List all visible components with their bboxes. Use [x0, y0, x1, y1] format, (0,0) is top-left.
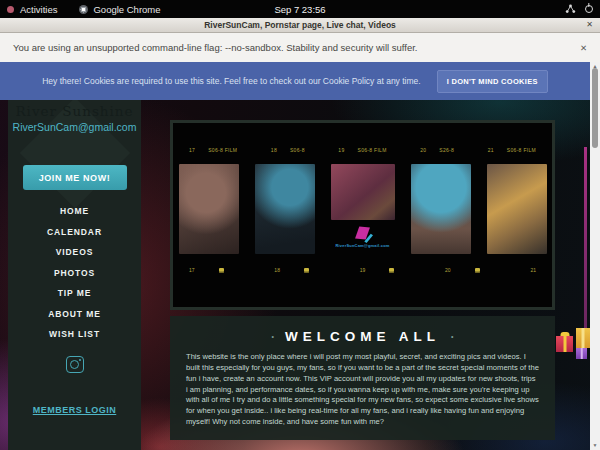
calendar-marker-icon	[304, 268, 309, 273]
power-icon[interactable]	[585, 5, 593, 13]
schedule-entry: 21	[530, 267, 536, 273]
calendar-marker-icon	[219, 268, 224, 273]
chrome-warning-bar: You are using an unsupported command-lin…	[0, 33, 600, 62]
schedule-day: 18	[271, 147, 277, 153]
members-login-link[interactable]: MEMBERS LOGIN	[33, 405, 117, 415]
site-email: RiverSunCam@gmail.com	[8, 121, 141, 133]
welcome-panel: • WELCOME ALL • This website is the only…	[170, 316, 555, 440]
cookie-message: Hey there! Cookies are required to use t…	[42, 76, 420, 86]
sidebar: River Sunshine RiverSunCam@gmail.com JOI…	[8, 100, 141, 450]
schedule-tag: S06-8 FILM	[507, 147, 536, 153]
site-name: River Sunshine	[8, 103, 141, 119]
welcome-heading: WELCOME ALL	[285, 329, 440, 344]
schedule-entry: 18 S06-8	[271, 147, 305, 153]
window-title: RiverSunCam, Pornstar page, Live chat, V…	[204, 20, 396, 30]
video-strip-panel: 17 S06-8 FILM 18 S06-8 19 S06-8 FILM	[170, 120, 555, 310]
sidebar-menu-item[interactable]: PHOTOS	[8, 263, 141, 284]
heading-dot-icon: •	[451, 333, 453, 340]
warning-close-icon[interactable]: ✕	[580, 43, 587, 53]
schedule-day: 21	[488, 147, 494, 153]
schedule-entry: 19	[360, 267, 395, 273]
sidebar-menu-item[interactable]: TIP ME	[8, 283, 141, 304]
sidebar-menu-item[interactable]: HOME	[8, 201, 141, 222]
schedule-day: 20	[445, 267, 451, 273]
schedule-entry: 20	[445, 267, 480, 273]
video-thumbnail[interactable]	[179, 164, 239, 254]
sidebar-menu-item[interactable]: VIDEOS	[8, 242, 141, 263]
welcome-body-text: This website is the only place where i w…	[186, 352, 539, 428]
video-thumbnails: RiverSunCam@gmail.com	[173, 164, 552, 258]
site-logo-icon	[355, 226, 370, 239]
sidebar-menu-item[interactable]: WISH LIST	[8, 324, 141, 345]
instagram-camera-icon[interactable]	[66, 356, 84, 373]
page-scrollbar[interactable]: ▲ ▼	[590, 62, 600, 450]
schedule-entry: 17 S06-8 FILM	[189, 147, 237, 153]
gift-icon	[576, 348, 587, 359]
calendar-marker-icon	[389, 268, 394, 273]
schedule-day: 19	[360, 267, 366, 273]
schedule-entry: 21 S06-8 FILM	[488, 147, 536, 153]
site-logo: RiverSunCam@gmail.com	[335, 227, 389, 248]
schedule-entry: 17	[189, 267, 224, 273]
schedule-day: 21	[530, 267, 536, 273]
gift-icon	[556, 336, 573, 352]
cookie-accept-button[interactable]: I DON'T MIND COOKIES	[437, 70, 548, 93]
sidebar-menu: HOME CALENDAR VIDEOS PHOTOS TIP ME ABOUT…	[8, 201, 141, 345]
clock[interactable]: Sep 7 23:56	[0, 4, 600, 15]
system-top-bar: Activities Google Chrome Sep 7 23:56	[0, 0, 600, 18]
calendar-marker-icon	[475, 268, 480, 273]
video-thumbnail[interactable]	[487, 164, 547, 254]
sidebar-menu-item[interactable]: ABOUT ME	[8, 304, 141, 325]
schedule-row-top: 17 S06-8 FILM 18 S06-8 19 S06-8 FILM	[173, 147, 552, 153]
welcome-heading-row: • WELCOME ALL •	[186, 329, 539, 344]
scroll-down-icon[interactable]: ▼	[590, 441, 600, 450]
gift-icon	[576, 328, 590, 348]
schedule-tag: S06-8 FILM	[208, 147, 237, 153]
network-icon[interactable]	[565, 4, 576, 14]
video-thumbnail[interactable]	[411, 164, 471, 254]
sidebar-menu-item[interactable]: CALENDAR	[8, 222, 141, 243]
schedule-entry: 19 S06-8 FILM	[338, 147, 386, 153]
schedule-day: 17	[189, 267, 195, 273]
schedule-tag: S06-8	[290, 147, 305, 153]
schedule-entry: 20 S26-8	[420, 147, 454, 153]
background-pink-streak	[584, 147, 587, 337]
schedule-day: 20	[420, 147, 426, 153]
screen: Activities Google Chrome Sep 7 23:56 Riv…	[0, 0, 600, 450]
warning-message: You are using an unsupported command-lin…	[13, 42, 418, 53]
window-close-icon[interactable]: ✕	[586, 20, 593, 29]
schedule-day: 18	[274, 267, 280, 273]
join-me-now-button[interactable]: JOIN ME NOW!	[23, 165, 127, 190]
heading-dot-icon: •	[272, 333, 274, 340]
schedule-entry: 18	[274, 267, 309, 273]
page-viewport: Hey there! Cookies are required to use t…	[0, 62, 600, 450]
schedule-tag: S06-8 FILM	[358, 147, 387, 153]
schedule-day: 19	[338, 147, 344, 153]
gift-boxes-decoration	[556, 322, 592, 378]
schedule-row-bottom: 17 18 19 20	[173, 267, 552, 273]
video-thumbnail[interactable]	[255, 164, 315, 254]
site-logo-text: RiverSunCam@gmail.com	[335, 243, 389, 248]
schedule-day: 17	[189, 147, 195, 153]
video-thumbnail[interactable]	[331, 164, 395, 220]
scrollbar-thumb[interactable]	[592, 68, 598, 148]
cookie-consent-bar: Hey there! Cookies are required to use t…	[0, 62, 590, 100]
schedule-tag: S26-8	[439, 147, 454, 153]
window-title-bar: RiverSunCam, Pornstar page, Live chat, V…	[0, 18, 600, 33]
